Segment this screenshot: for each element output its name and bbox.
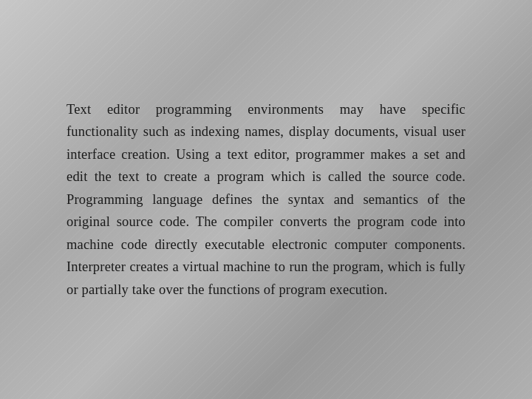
main-paragraph: Text editor programming environments may… xyxy=(66,98,466,301)
page-background: Text editor programming environments may… xyxy=(0,0,532,399)
content-box: Text editor programming environments may… xyxy=(37,76,495,324)
